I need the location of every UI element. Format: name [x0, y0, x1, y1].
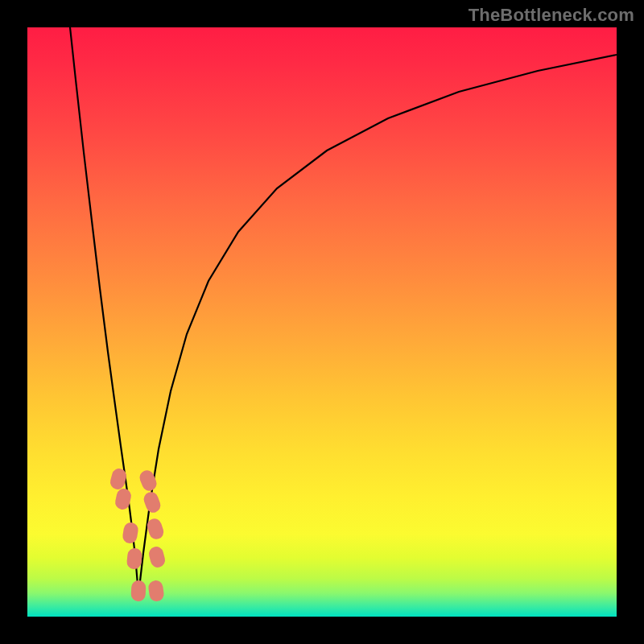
- right-curve: [138, 55, 617, 595]
- watermark-text: TheBottleneck.com: [469, 5, 634, 26]
- plot-area: [27, 27, 617, 617]
- left-curve: [70, 27, 138, 595]
- curve-layer: [27, 27, 617, 617]
- data-marker: [130, 580, 146, 602]
- chart-frame: TheBottleneck.com: [0, 0, 644, 644]
